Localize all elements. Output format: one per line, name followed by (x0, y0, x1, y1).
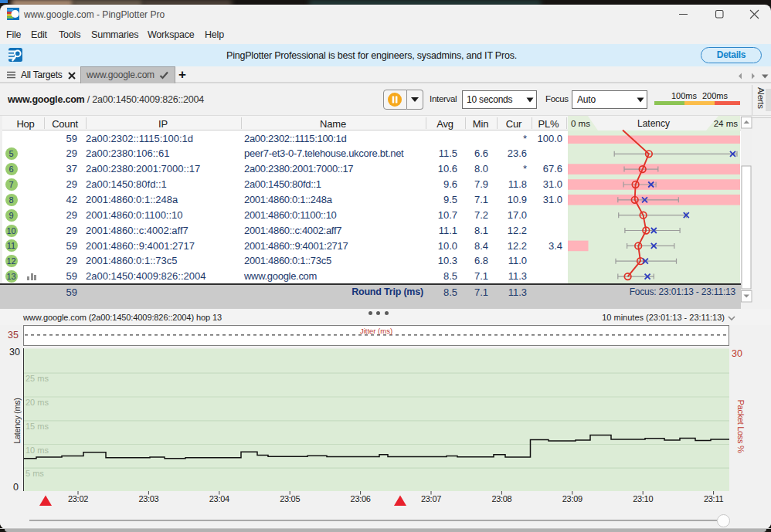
svg-text:25 ms: 25 ms (25, 374, 49, 383)
svg-text:35: 35 (8, 330, 19, 341)
svg-text:30: 30 (9, 347, 20, 357)
svg-text:10 ms: 10 ms (25, 446, 49, 455)
svg-text:Latency (ms): Latency (ms) (12, 398, 22, 443)
svg-text:Packet Loss %: Packet Loss % (736, 400, 746, 453)
svg-text:5 ms: 5 ms (25, 469, 44, 478)
svg-text:0 ms: 0 ms (571, 119, 590, 128)
svg-text:23:08: 23:08 (491, 494, 511, 503)
svg-text:24 ms: 24 ms (714, 119, 739, 128)
svg-text:Jitter (ms): Jitter (ms) (360, 327, 392, 335)
svg-text:23:04: 23:04 (209, 494, 229, 503)
svg-text:23:07: 23:07 (421, 494, 441, 503)
svg-text:23:11: 23:11 (704, 494, 723, 503)
svg-text:23:06: 23:06 (351, 494, 371, 503)
svg-text:23:09: 23:09 (562, 494, 582, 503)
svg-text:0: 0 (13, 482, 19, 493)
svg-text:Latency: Latency (637, 118, 670, 129)
svg-text:15 ms: 15 ms (25, 422, 49, 431)
svg-text:20 ms: 20 ms (25, 398, 49, 407)
svg-text:23:03: 23:03 (138, 494, 158, 503)
svg-text:23:05: 23:05 (280, 494, 300, 503)
svg-text:23:10: 23:10 (633, 494, 653, 503)
svg-text:30: 30 (732, 348, 742, 359)
svg-text:23:02: 23:02 (68, 494, 88, 503)
